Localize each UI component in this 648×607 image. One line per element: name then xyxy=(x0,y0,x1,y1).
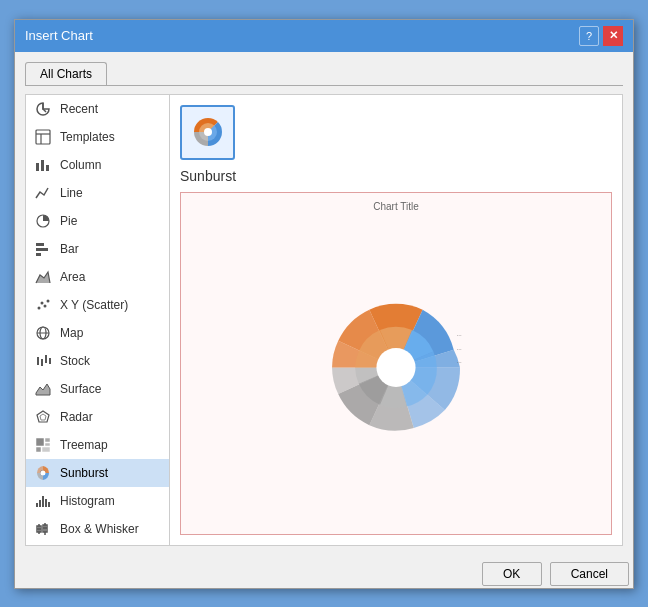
svg-rect-26 xyxy=(45,443,50,446)
treemap-icon xyxy=(34,436,52,454)
sidebar-item-line[interactable]: Line xyxy=(26,179,169,207)
svg-rect-9 xyxy=(36,253,41,256)
cancel-button[interactable]: Cancel xyxy=(550,562,629,586)
xy-scatter-icon xyxy=(34,296,52,314)
svg-marker-23 xyxy=(40,414,46,420)
svg-rect-3 xyxy=(36,163,39,171)
treemap-label: Treemap xyxy=(60,438,108,452)
radar-icon xyxy=(34,408,52,426)
dialog-footer: OK Cancel xyxy=(15,556,633,588)
help-button[interactable]: ? xyxy=(579,26,599,46)
sidebar-item-xy-scatter[interactable]: X Y (Scatter) xyxy=(26,291,169,319)
chart-name: Sunburst xyxy=(180,168,612,184)
chart-main-panel: Sunburst Chart Title xyxy=(170,94,623,546)
svg-point-12 xyxy=(41,301,44,304)
svg-point-30 xyxy=(41,470,46,475)
sidebar-item-waterfall[interactable]: Waterfall xyxy=(26,543,169,546)
sidebar-item-stock[interactable]: Stock xyxy=(26,347,169,375)
area-label: Area xyxy=(60,270,85,284)
sidebar-item-recent[interactable]: Recent xyxy=(26,95,169,123)
sidebar-item-bar[interactable]: Bar xyxy=(26,235,169,263)
sidebar-item-box-whisker[interactable]: Box & Whisker xyxy=(26,515,169,543)
svg-point-14 xyxy=(47,299,50,302)
svg-text:...: ... xyxy=(456,357,461,364)
column-icon xyxy=(34,156,52,174)
svg-rect-34 xyxy=(45,499,47,507)
templates-label: Templates xyxy=(60,130,115,144)
stock-label: Stock xyxy=(60,354,90,368)
histogram-icon xyxy=(34,492,52,510)
chart-thumb-sunburst[interactable] xyxy=(180,105,235,160)
sidebar-item-surface[interactable]: Surface xyxy=(26,375,169,403)
sunburst-icon xyxy=(34,464,52,482)
svg-rect-31 xyxy=(36,503,38,507)
svg-rect-28 xyxy=(42,447,50,452)
recent-label: Recent xyxy=(60,102,98,116)
area-icon xyxy=(34,268,52,286)
stock-icon xyxy=(34,352,52,370)
sunburst-label: Sunburst xyxy=(60,466,108,480)
map-icon xyxy=(34,324,52,342)
svg-point-51 xyxy=(376,348,415,387)
surface-label: Surface xyxy=(60,382,101,396)
svg-text:...: ... xyxy=(456,330,461,337)
svg-text:...: ... xyxy=(456,344,461,351)
svg-rect-25 xyxy=(45,438,50,442)
recent-icon xyxy=(34,100,52,118)
svg-point-11 xyxy=(38,306,41,309)
chart-thumbnails xyxy=(180,105,612,160)
box-whisker-icon xyxy=(34,520,52,538)
content-area: Recent Templates Column xyxy=(25,94,623,546)
sidebar-item-column[interactable]: Column xyxy=(26,151,169,179)
title-bar-actions: ? ✕ xyxy=(579,26,623,46)
svg-rect-5 xyxy=(46,165,49,171)
svg-rect-32 xyxy=(39,500,41,507)
sidebar-item-pie[interactable]: Pie xyxy=(26,207,169,235)
svg-point-13 xyxy=(44,304,47,307)
radar-label: Radar xyxy=(60,410,93,424)
dialog-body: All Charts Recent Templates xyxy=(15,52,633,556)
title-bar: Insert Chart ? ✕ xyxy=(15,20,633,52)
insert-chart-dialog: Insert Chart ? ✕ All Charts Recent xyxy=(14,19,634,589)
sidebar-item-area[interactable]: Area xyxy=(26,263,169,291)
svg-rect-35 xyxy=(48,502,50,507)
sidebar-item-histogram[interactable]: Histogram xyxy=(26,487,169,515)
close-button[interactable]: ✕ xyxy=(603,26,623,46)
pie-icon xyxy=(34,212,52,230)
dialog-title: Insert Chart xyxy=(25,28,93,43)
chart-preview: Chart Title xyxy=(180,192,612,535)
box-whisker-label: Box & Whisker xyxy=(60,522,139,536)
sidebar-item-sunburst[interactable]: Sunburst xyxy=(26,459,169,487)
bar-label: Bar xyxy=(60,242,79,256)
templates-icon xyxy=(34,128,52,146)
line-label: Line xyxy=(60,186,83,200)
sidebar-item-radar[interactable]: Radar xyxy=(26,403,169,431)
sidebar-item-treemap[interactable]: Treemap xyxy=(26,431,169,459)
line-icon xyxy=(34,184,52,202)
sidebar-item-templates[interactable]: Templates xyxy=(26,123,169,151)
svg-rect-0 xyxy=(36,130,50,144)
bar-icon xyxy=(34,240,52,258)
preview-chart-title: Chart Title xyxy=(373,201,419,212)
tab-all-charts[interactable]: All Charts xyxy=(25,62,107,85)
xy-scatter-label: X Y (Scatter) xyxy=(60,298,128,312)
column-label: Column xyxy=(60,158,101,172)
chart-type-sidebar: Recent Templates Column xyxy=(25,94,170,546)
map-label: Map xyxy=(60,326,83,340)
sunburst-preview-chart: ... ... ... xyxy=(306,283,486,443)
svg-rect-27 xyxy=(36,447,41,452)
svg-rect-33 xyxy=(42,496,44,507)
surface-icon xyxy=(34,380,52,398)
svg-rect-4 xyxy=(41,160,44,171)
svg-rect-24 xyxy=(36,438,44,446)
tab-bar: All Charts xyxy=(25,62,623,86)
svg-point-50 xyxy=(204,128,212,136)
histogram-label: Histogram xyxy=(60,494,115,508)
sidebar-item-map[interactable]: Map xyxy=(26,319,169,347)
ok-button[interactable]: OK xyxy=(482,562,542,586)
svg-rect-7 xyxy=(36,243,44,246)
svg-rect-8 xyxy=(36,248,48,251)
pie-label: Pie xyxy=(60,214,77,228)
